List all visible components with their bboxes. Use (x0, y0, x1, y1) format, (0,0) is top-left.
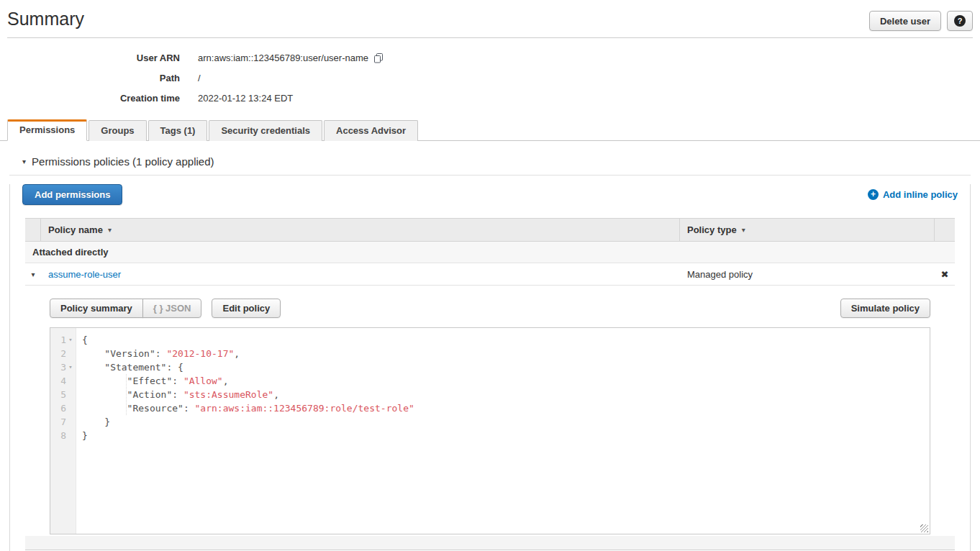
tab-permissions[interactable]: Permissions (7, 119, 87, 141)
editor-resize-handle[interactable] (920, 524, 928, 532)
fold-caret-icon[interactable]: ▾ (66, 333, 75, 347)
code-line: 4 "Effect": "Allow", (50, 374, 930, 388)
header-actions: Delete user ? (869, 11, 973, 31)
expanded-row-footer (25, 536, 955, 550)
sort-caret-icon: ▾ (108, 226, 112, 234)
page-title: Summary (7, 9, 84, 29)
detail-row-path: Path / (0, 68, 980, 88)
code-line: 5 "Action": "sts:AssumeRole", (50, 388, 930, 401)
row-expander-caret-icon[interactable]: ▾ (25, 270, 41, 278)
fold-caret-icon[interactable]: ▾ (66, 360, 75, 374)
code-line: 8 } (50, 429, 930, 442)
policy-type-value: Managed policy (680, 269, 935, 280)
json-policy-editor[interactable]: 1▾ { 2 "Version": "2012-10-17", 3▾ "Stat… (50, 327, 930, 534)
creation-time-value: 2022-01-12 13:24 EDT (198, 93, 293, 104)
detail-label: Path (0, 73, 180, 83)
policy-summary-button[interactable]: Policy summary (50, 299, 143, 318)
sort-caret-icon: ▾ (742, 226, 745, 234)
column-header-policy-name[interactable]: Policy name ▾ (41, 219, 680, 241)
policy-view-toolbar: Policy summary { } JSON Edit policy Simu… (50, 299, 930, 318)
detail-row-user-arn: User ARN arn:aws:iam::123456789:user/use… (0, 47, 980, 68)
copy-icon[interactable] (373, 53, 384, 63)
collapse-caret-icon: ▾ (22, 158, 26, 165)
header-divider (7, 37, 973, 38)
plus-icon: + (868, 189, 879, 200)
remove-policy-icon[interactable]: ✖ (935, 269, 955, 280)
tab-security-credentials[interactable]: Security credentials (209, 120, 322, 141)
delete-user-button[interactable]: Delete user (869, 11, 941, 31)
help-icon: ? (954, 15, 966, 27)
code-line: 7 } (50, 415, 930, 429)
expanded-policy-detail: Policy summary { } JSON Edit policy Simu… (25, 286, 955, 534)
code-line: 1▾ { (50, 333, 930, 347)
user-arn-value: arn:aws:iam::123456789:user/user-name (198, 53, 368, 63)
tab-tags[interactable]: Tags (1) (148, 120, 208, 141)
policy-view-toggle-group: Policy summary { } JSON (50, 299, 201, 318)
add-permissions-button[interactable]: Add permissions (22, 184, 122, 205)
table-row-policy: ▾ assume-role-user Managed policy ✖ (25, 263, 955, 286)
policy-table-header: Policy name ▾ Policy type ▾ (25, 219, 955, 242)
action-header-cell (935, 219, 955, 241)
detail-row-creation-time: Creation time 2022-01-12 13:24 EDT (0, 88, 980, 108)
user-details: User ARN arn:aws:iam::123456789:user/use… (0, 47, 980, 108)
table-group-row-attached-directly: Attached directly (25, 242, 955, 263)
expander-header-cell (25, 219, 41, 241)
column-header-policy-type[interactable]: Policy type ▾ (680, 219, 935, 241)
path-value: / (198, 73, 201, 83)
tab-groups[interactable]: Groups (89, 120, 146, 141)
policy-table: Policy name ▾ Policy type ▾ Attached dir… (25, 218, 955, 550)
policy-name-link[interactable]: assume-role-user (48, 269, 121, 280)
permissions-policies-heading-label: Permissions policies (1 policy applied) (32, 155, 214, 168)
detail-label: User ARN (0, 53, 180, 63)
tab-access-advisor[interactable]: Access Advisor (324, 120, 418, 141)
code-line: 2 "Version": "2012-10-17", (50, 347, 930, 360)
policy-toolbar: Add permissions + Add inline policy (22, 184, 958, 205)
edit-policy-button[interactable]: Edit policy (212, 299, 281, 318)
code-line: 3▾ "Statement": { (50, 360, 930, 374)
permissions-tab-panel: Add permissions + Add inline policy Poli… (9, 184, 971, 551)
code-line: 6 "Resource": "arn:aws:iam::123456789:ro… (50, 401, 930, 415)
detail-label: Creation time (0, 93, 180, 104)
page-header: Summary Delete user ? (0, 0, 980, 31)
json-button[interactable]: { } JSON (142, 299, 202, 318)
add-inline-policy-link[interactable]: + Add inline policy (868, 189, 958, 200)
help-button[interactable]: ? (947, 11, 973, 31)
tab-bar: Permissions Groups Tags (1) Security cre… (0, 119, 980, 141)
simulate-policy-button[interactable]: Simulate policy (840, 299, 930, 318)
permissions-policies-heading[interactable]: ▾ Permissions policies (1 policy applied… (9, 152, 971, 176)
